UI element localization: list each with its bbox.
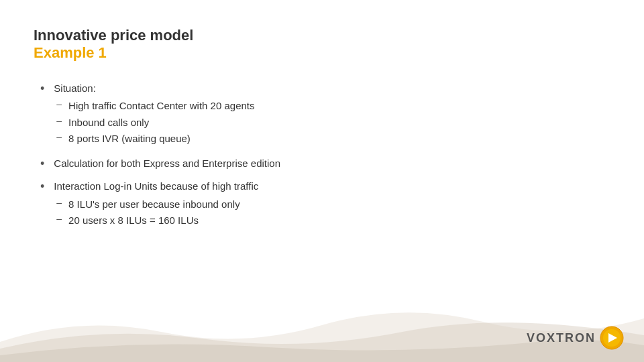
sub-text-1: High traffic Contact Center with 20 agen… [68, 99, 254, 114]
bottom-decoration [0, 288, 644, 362]
bullet-dot-3: • [40, 180, 44, 194]
bullet-dot-2: • [40, 157, 44, 171]
sub-text-2: Inbound calls only [68, 115, 149, 131]
sub-text-ilu-1: 8 ILU's per user because inbound only [68, 197, 240, 213]
title-block: Innovative price model Example 1 [34, 27, 610, 62]
sub-item-ilu-2: – 20 users x 8 ILUs = 160 ILUs [56, 213, 258, 229]
sub-item-ilu-1: – 8 ILU's per user because inbound only [56, 197, 258, 213]
sub-dash-3: – [56, 131, 62, 142]
sub-dash-ilu-1: – [56, 197, 62, 208]
logo-area: VOXTRON [527, 326, 624, 350]
bullet-text-calculation: Calculation for both Express and Enterpr… [54, 156, 280, 172]
sub-text-ilu-2: 20 users x 8 ILUs = 160 ILUs [68, 213, 199, 229]
sub-dash-2: – [56, 115, 62, 126]
bullet-text-situation: Situation: [54, 82, 96, 94]
sub-dash-1: – [56, 99, 62, 109]
slide-title-sub: Example 1 [34, 44, 610, 62]
sub-item-3: – 8 ports IVR (waiting queue) [56, 131, 254, 147]
slide-container: Innovative price model Example 1 • Situa… [0, 0, 644, 362]
sub-item-2: – Inbound calls only [56, 115, 254, 131]
sub-text-3: 8 ports IVR (waiting queue) [68, 131, 191, 147]
sub-item-1: – High traffic Contact Center with 20 ag… [56, 99, 254, 114]
sub-list-situation: – High traffic Contact Center with 20 ag… [54, 99, 254, 147]
sub-dash-ilu-2: – [56, 213, 62, 224]
bullet-text-ilu: Interaction Log-in Units because of high… [54, 180, 258, 192]
content-area: • Situation: – High traffic Contact Cent… [34, 81, 610, 230]
voxtron-logo-icon [600, 326, 624, 350]
slide-title-main: Innovative price model [34, 27, 610, 44]
sub-list-ilu: – 8 ILU's per user because inbound only … [54, 197, 258, 229]
bullet-item-ilu: • Interaction Log-in Units because of hi… [40, 179, 610, 230]
bullet-item-calculation: • Calculation for both Express and Enter… [40, 156, 610, 172]
bullet-item-situation: • Situation: – High traffic Contact Cent… [40, 81, 610, 148]
bullet-dot-1: • [40, 82, 44, 96]
logo-text: VOXTRON [527, 331, 596, 345]
